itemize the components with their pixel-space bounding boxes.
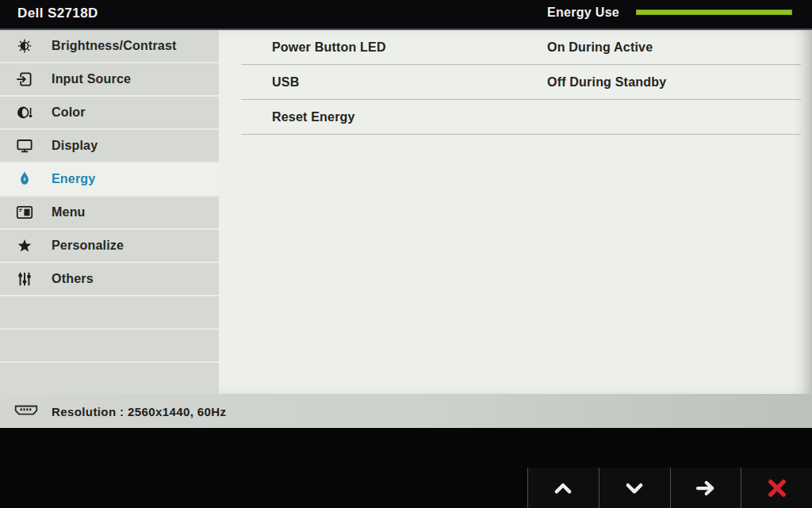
resolution-statusbar: Resolution : 2560x1440, 60Hz <box>0 394 812 428</box>
energy-use-label: Energy Use <box>547 6 619 20</box>
energy-icon <box>12 167 37 191</box>
osd-bottom-region <box>0 428 812 508</box>
nav-down-button[interactable] <box>599 468 670 508</box>
menu-icon <box>12 201 37 224</box>
model-title: Dell S2718D <box>17 6 98 21</box>
setting-row-power-button-led[interactable]: Power Button LED On During Active <box>241 30 801 65</box>
osd-settings-panel: Power Button LED On During Active USB Of… <box>219 30 812 135</box>
sidebar-item-energy[interactable]: Energy <box>0 163 219 197</box>
sidebar-item-brightness-contrast[interactable]: Brightness/Contrast <box>0 30 219 63</box>
sidebar-item-input-source[interactable]: Input Source <box>0 63 219 97</box>
close-icon <box>764 476 791 500</box>
color-icon <box>12 101 37 124</box>
setting-row-usb[interactable]: USB Off During Standby <box>241 65 801 100</box>
energy-use-meter-fill <box>636 10 792 15</box>
display-icon <box>12 134 37 158</box>
sidebar-empty-row <box>0 296 219 330</box>
setting-row-reset-energy[interactable]: Reset Energy <box>241 100 801 135</box>
osd-sidebar: Brightness/Contrast Input Source <box>0 30 219 394</box>
osd-navbar <box>527 468 812 508</box>
sidebar-item-label: Others <box>52 272 94 286</box>
sidebar-item-label: Display <box>52 139 98 153</box>
personalize-icon <box>12 234 37 258</box>
connector-icon <box>13 403 39 422</box>
energy-use-meter <box>636 10 792 15</box>
sidebar-item-others[interactable]: Others <box>0 263 219 296</box>
chevron-down-icon <box>621 476 648 500</box>
setting-label: Power Button LED <box>272 40 386 55</box>
sidebar-item-display[interactable]: Display <box>0 130 219 163</box>
setting-label: Reset Energy <box>272 110 355 124</box>
chevron-up-icon <box>550 476 576 500</box>
resolution-text: Resolution : 2560x1440, 60Hz <box>52 404 226 418</box>
sidebar-item-personalize[interactable]: Personalize <box>0 230 219 263</box>
monitor-osd-screen: Dell S2718D Energy Use Brightness/Co <box>0 0 812 508</box>
nav-exit-button[interactable] <box>741 468 812 508</box>
setting-value: Off During Standby <box>547 75 666 90</box>
setting-value: On During Active <box>547 40 653 55</box>
setting-label: USB <box>272 75 299 90</box>
sidebar-empty-row <box>0 363 219 394</box>
sidebar-item-label: Personalize <box>52 239 124 253</box>
osd-body: Brightness/Contrast Input Source <box>0 30 812 394</box>
sidebar-item-label: Color <box>52 105 86 120</box>
sidebar-empty-row <box>0 330 219 363</box>
sidebar-item-label: Brightness/Contrast <box>52 39 177 53</box>
arrow-right-icon <box>692 476 719 500</box>
others-icon <box>12 267 37 291</box>
sidebar-item-menu[interactable]: Menu <box>0 197 219 230</box>
osd-header: Dell S2718D Energy Use <box>0 0 812 30</box>
brightness-contrast-icon <box>12 34 37 58</box>
nav-select-button[interactable] <box>670 468 741 508</box>
input-source-icon <box>12 67 37 91</box>
nav-up-button[interactable] <box>527 468 599 508</box>
sidebar-item-label: Input Source <box>52 72 131 86</box>
sidebar-item-label: Energy <box>52 172 95 186</box>
sidebar-item-label: Menu <box>52 205 86 220</box>
sidebar-item-color[interactable]: Color <box>0 97 219 130</box>
